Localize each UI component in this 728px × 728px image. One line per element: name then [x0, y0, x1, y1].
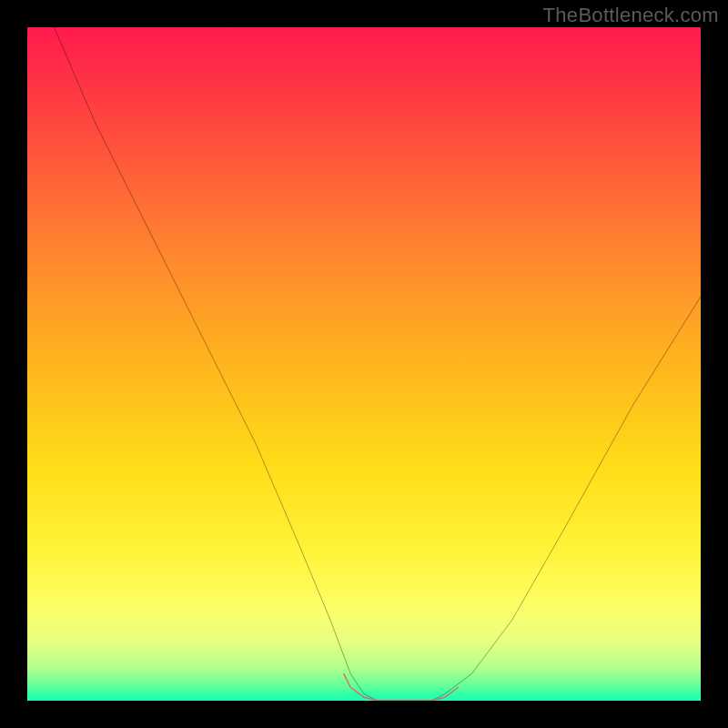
plot-area: [27, 27, 701, 701]
chart-frame: TheBottleneck.com: [0, 0, 728, 728]
curve-layer: [27, 27, 701, 701]
bottleneck-curve: [55, 27, 701, 701]
flat-bottom-highlight: [344, 673, 459, 701]
watermark-text: TheBottleneck.com: [543, 4, 719, 27]
